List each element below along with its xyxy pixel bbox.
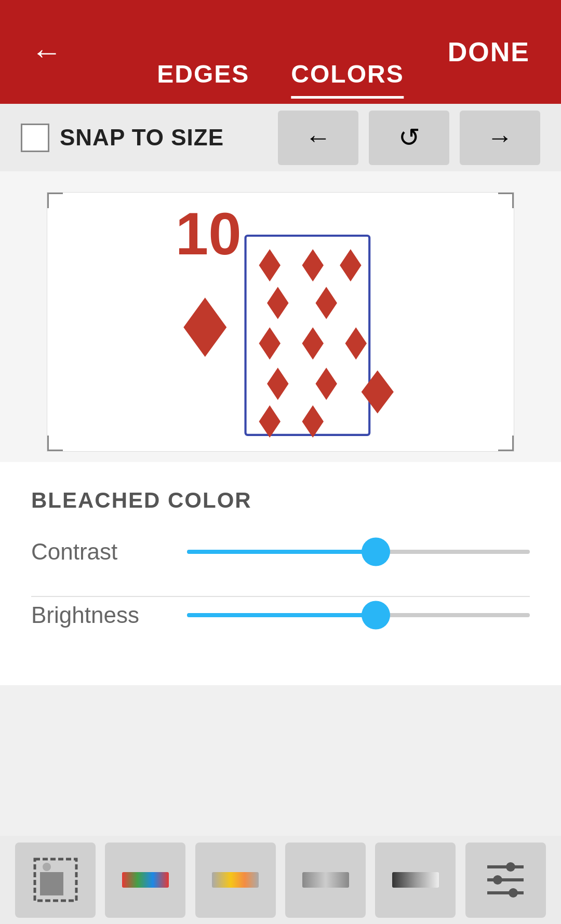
refresh-button[interactable]: ↺ [369,111,449,165]
svg-point-19 [43,863,51,871]
color-gradient-button[interactable] [105,843,185,918]
controls-section: BLEACHED COLOR Contrast Brightness [0,462,561,685]
brightness-row: Brightness [31,602,530,628]
image-select-button[interactable] [15,843,96,918]
back-button[interactable]: ← [31,34,62,70]
contrast-slider-track[interactable] [187,550,530,554]
forward-action-button[interactable]: → [460,111,540,165]
bleached-color-title: BLEACHED COLOR [31,488,530,513]
grayscale-button[interactable] [285,843,366,918]
grayscale-icon [302,857,349,903]
soft-gradient-button[interactable] [195,843,276,918]
brightness-slider-thumb[interactable] [362,601,390,630]
done-button[interactable]: DONE [448,36,530,67]
divider [31,596,530,597]
contrast-slider-fill [187,550,376,554]
corner-br [498,436,514,451]
brightness-slider-track[interactable] [187,613,530,617]
svg-point-27 [506,862,515,872]
main-content: 10 [0,171,561,462]
bottom-toolbar [0,836,561,924]
svg-point-28 [493,875,502,885]
snap-to-size-label: SNAP TO SIZE [60,125,224,151]
header-tabs: EDGES COLORS [157,0,404,104]
svg-text:10: 10 [176,201,242,267]
svg-rect-20 [122,872,169,888]
brightness-label: Brightness [31,602,187,628]
contrast-slider-thumb[interactable] [362,538,390,566]
corner-tr [498,193,514,208]
gradient-icon [212,857,259,903]
image-select-icon [32,857,79,903]
brightness-slider-fill [187,613,376,617]
sliders-button[interactable] [465,843,546,918]
svg-rect-23 [392,872,439,888]
back-action-button[interactable]: ← [278,111,358,165]
snap-to-size-checkbox[interactable] [21,124,49,152]
corner-tl [47,193,63,208]
corner-bl [47,436,63,451]
card-preview: 10 [47,192,514,452]
color-gradient-icon [122,857,169,903]
toolbar: SNAP TO SIZE ← ↺ → [0,104,561,171]
svg-point-29 [509,888,518,898]
header: ← EDGES COLORS DONE [0,0,561,104]
svg-rect-21 [212,872,259,888]
tab-colors[interactable]: COLORS [291,60,404,99]
sliders-icon [482,857,529,903]
svg-rect-18 [40,872,63,895]
tab-edges[interactable]: EDGES [157,60,249,99]
contrast-row: Contrast [31,539,530,565]
black-white-button[interactable] [375,843,456,918]
contrast-label: Contrast [31,539,187,565]
svg-rect-22 [302,872,349,888]
card-image: 10 [47,193,514,451]
black-white-icon [392,857,439,903]
